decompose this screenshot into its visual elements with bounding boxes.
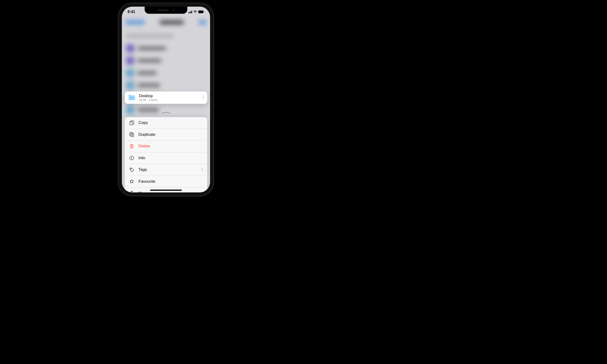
tag-icon bbox=[129, 168, 134, 172]
svg-rect-1 bbox=[199, 11, 203, 13]
duplicate-icon bbox=[129, 132, 134, 137]
menu-item-favourite[interactable]: Favourite bbox=[125, 176, 207, 188]
folder-subtitle: 18:38 · 3 items bbox=[139, 98, 202, 102]
menu-item-delete[interactable]: Delete bbox=[125, 141, 207, 152]
folder-title: Desktop bbox=[139, 94, 202, 98]
wifi-icon bbox=[193, 11, 197, 13]
menu-label: Delete bbox=[138, 144, 150, 149]
menu-label: Favourite bbox=[138, 179, 155, 184]
notch bbox=[145, 7, 187, 14]
menu-label: Tags bbox=[138, 167, 147, 172]
status-time: 9:41 bbox=[128, 10, 135, 14]
folder-icon bbox=[128, 94, 136, 101]
menu-item-tags[interactable]: Tags bbox=[125, 164, 207, 176]
phone-frame: 9:41 Desktop bbox=[119, 3, 213, 196]
menu-label: Share bbox=[138, 191, 149, 193]
svg-point-12 bbox=[131, 169, 131, 169]
copy-icon bbox=[129, 121, 134, 125]
home-indicator[interactable] bbox=[150, 190, 182, 191]
trash-icon bbox=[129, 144, 134, 149]
menu-item-copy[interactable]: Copy bbox=[125, 117, 207, 129]
menu-item-info[interactable]: Info bbox=[125, 152, 207, 164]
power-button bbox=[213, 46, 214, 67]
context-menu: Copy Duplicate Delete Info bbox=[125, 117, 207, 193]
chevron-right-icon bbox=[201, 167, 203, 172]
cellular-signal-icon bbox=[188, 11, 192, 13]
volume-up-button bbox=[118, 44, 119, 57]
volume-down-button bbox=[118, 59, 119, 73]
menu-item-duplicate[interactable]: Duplicate bbox=[125, 129, 207, 141]
folder-preview-card[interactable]: Desktop 18:38 · 3 items bbox=[125, 91, 207, 104]
menu-label: Info bbox=[138, 156, 145, 160]
menu-label: Duplicate bbox=[138, 132, 155, 137]
screen: 9:41 Desktop bbox=[122, 7, 210, 193]
chevron-right-icon bbox=[202, 95, 204, 100]
mute-switch bbox=[118, 32, 119, 39]
sheet-grabber-icon[interactable] bbox=[162, 111, 170, 114]
svg-rect-5 bbox=[130, 122, 132, 125]
battery-icon bbox=[198, 11, 204, 13]
svg-point-10 bbox=[131, 157, 132, 157]
star-icon bbox=[129, 179, 134, 184]
info-icon bbox=[129, 156, 134, 160]
menu-label: Copy bbox=[138, 120, 148, 125]
share-icon bbox=[129, 191, 134, 193]
svg-rect-2 bbox=[204, 11, 204, 12]
